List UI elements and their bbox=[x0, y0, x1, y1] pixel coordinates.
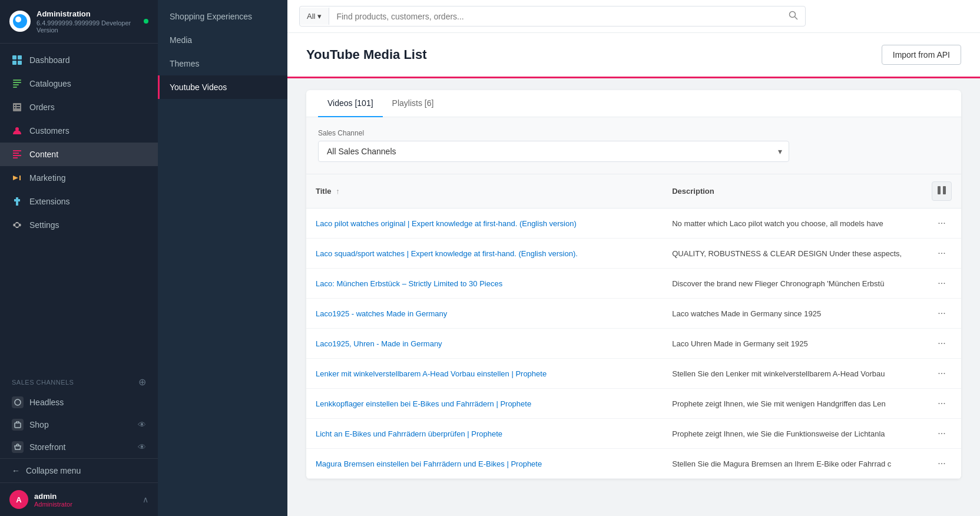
video-title-cell: Laco1925, Uhren - Made in Germany bbox=[306, 329, 663, 359]
svg-rect-13 bbox=[938, 186, 941, 194]
catalogues-icon bbox=[12, 78, 22, 89]
search-button[interactable] bbox=[782, 6, 805, 26]
video-title-cell: Lenker mit winkelverstellbarem A-Head Vo… bbox=[306, 359, 663, 389]
shop-eye-icon[interactable]: 👁 bbox=[138, 420, 146, 429]
submenu-item-media[interactable]: Media bbox=[158, 28, 287, 52]
sidebar-item-content[interactable]: Content bbox=[0, 143, 158, 166]
app-info: Administration 6.4.9999999.9999999 Devel… bbox=[37, 9, 138, 34]
sidebar-item-label: Extensions bbox=[29, 197, 69, 206]
search-bar: All ▾ bbox=[299, 6, 806, 27]
sidebar-item-marketing[interactable]: Marketing bbox=[0, 166, 158, 190]
collapse-menu-button[interactable]: ← Collapse menu bbox=[0, 458, 158, 482]
svg-line-12 bbox=[795, 17, 798, 20]
row-actions-cell: ··· bbox=[922, 419, 961, 449]
column-settings-button[interactable] bbox=[932, 181, 952, 201]
sidebar-item-extensions[interactable]: Extensions bbox=[0, 190, 158, 213]
page-header: YouTube Media List Import from API bbox=[287, 33, 980, 78]
search-input[interactable] bbox=[329, 8, 782, 25]
title-column-header[interactable]: Title ↑ bbox=[306, 174, 663, 209]
storefront-eye-icon[interactable]: 👁 bbox=[138, 442, 146, 452]
sidebar-item-label: Settings bbox=[29, 220, 59, 230]
tab-videos[interactable]: Videos [101] bbox=[318, 90, 383, 117]
row-action-button[interactable]: ··· bbox=[935, 216, 948, 231]
row-action-button[interactable]: ··· bbox=[935, 276, 948, 291]
svg-rect-3 bbox=[18, 61, 22, 65]
row-action-button[interactable]: ··· bbox=[935, 426, 948, 441]
row-action-button[interactable]: ··· bbox=[935, 336, 948, 351]
video-title-cell: Licht an E-Bikes und Fahrrädern überprüf… bbox=[306, 419, 663, 449]
row-actions-cell: ··· bbox=[922, 299, 961, 329]
svg-rect-7 bbox=[13, 87, 17, 88]
sidebar-item-label: Orders bbox=[29, 102, 55, 112]
tab-playlists[interactable]: Playlists [6] bbox=[383, 90, 443, 117]
sort-icon: ↑ bbox=[336, 187, 340, 196]
sidebar-item-customers[interactable]: Customers bbox=[0, 119, 158, 143]
add-channel-button[interactable]: ⊕ bbox=[138, 376, 147, 388]
table-row: Licht an E-Bikes und Fahrrädern überprüf… bbox=[306, 419, 961, 449]
svg-rect-6 bbox=[13, 84, 19, 85]
sidebar-item-label: Marketing bbox=[29, 173, 65, 183]
topbar: All ▾ bbox=[287, 0, 980, 33]
sidebar-item-dashboard[interactable]: Dashboard bbox=[0, 48, 158, 72]
sidebar-item-label: Content bbox=[29, 150, 58, 159]
user-role: Administrator bbox=[34, 501, 72, 508]
table-row: Laco: München Erbstück – Strictly Limite… bbox=[306, 269, 961, 299]
headless-channel-icon bbox=[12, 396, 24, 408]
sidebar-item-shop[interactable]: Shop 👁 bbox=[0, 414, 158, 436]
user-section[interactable]: A admin Administrator ∧ bbox=[0, 482, 158, 516]
row-action-button[interactable]: ··· bbox=[935, 366, 948, 381]
table-row: Laco1925 - watches Made in Germany Laco … bbox=[306, 299, 961, 329]
video-description-cell: Laco Uhren Made in Germany seit 1925 bbox=[663, 329, 922, 359]
row-action-button[interactable]: ··· bbox=[935, 306, 948, 321]
row-action-button[interactable]: ··· bbox=[935, 456, 948, 471]
sidebar-item-catalogues[interactable]: Catalogues bbox=[0, 72, 158, 95]
row-actions-cell: ··· bbox=[922, 389, 961, 419]
video-description-cell: Stellen Sie den Lenker mit winkelverstel… bbox=[663, 359, 922, 389]
column-settings-header bbox=[922, 174, 961, 209]
online-status-indicator bbox=[144, 19, 148, 24]
svg-rect-14 bbox=[943, 186, 946, 194]
row-actions-cell: ··· bbox=[922, 209, 961, 239]
video-description-cell: No matter which Laco pilot watch you cho… bbox=[663, 209, 922, 239]
submenu-item-themes[interactable]: Themes bbox=[158, 52, 287, 75]
table-row: Laco squad/sport watches | Expert knowle… bbox=[306, 239, 961, 269]
svg-point-11 bbox=[790, 12, 796, 18]
video-description-cell: Prophete zeigt Ihnen, wie Sie die Funkti… bbox=[663, 419, 922, 449]
svg-rect-1 bbox=[18, 55, 22, 59]
table-header-row: Title ↑ Description bbox=[306, 174, 961, 209]
video-title-cell: Magura Bremsen einstellen bei Fahrrädern… bbox=[306, 449, 663, 479]
user-name: admin bbox=[34, 492, 72, 501]
submenu-item-shopping-experiences[interactable]: Shopping Experiences bbox=[158, 5, 287, 28]
search-icon bbox=[789, 11, 798, 20]
marketing-icon bbox=[12, 173, 22, 183]
shop-channel-icon bbox=[12, 419, 24, 431]
sidebar-item-label: Customers bbox=[29, 126, 69, 135]
sidebar-header: Administration 6.4.9999999.9999999 Devel… bbox=[0, 0, 158, 44]
user-info: admin Administrator bbox=[34, 492, 72, 508]
sidebar-item-storefront[interactable]: Storefront 👁 bbox=[0, 436, 158, 458]
content-submenu: Shopping Experiences Media Themes Youtub… bbox=[158, 0, 287, 516]
row-action-button[interactable]: ··· bbox=[935, 246, 948, 261]
sidebar-item-headless[interactable]: Headless bbox=[0, 391, 158, 414]
svg-rect-0 bbox=[12, 55, 16, 59]
submenu-item-youtube-videos[interactable]: Youtube Videos bbox=[158, 75, 287, 99]
row-actions-cell: ··· bbox=[922, 269, 961, 299]
tab-bar: Videos [101] Playlists [6] bbox=[306, 90, 961, 117]
import-from-api-button[interactable]: Import from API bbox=[882, 45, 961, 65]
description-column-header: Description bbox=[663, 174, 922, 209]
video-title-cell: Laco squad/sport watches | Expert knowle… bbox=[306, 239, 663, 269]
svg-rect-2 bbox=[12, 61, 16, 65]
sales-channels-section: Sales Channels ⊕ bbox=[0, 367, 158, 391]
row-action-button[interactable]: ··· bbox=[935, 396, 948, 411]
sidebar-item-label: Catalogues bbox=[29, 79, 71, 88]
settings-icon bbox=[12, 220, 22, 230]
app-version: 6.4.9999999.9999999 Developer Version bbox=[37, 19, 138, 34]
svg-rect-10 bbox=[15, 423, 21, 428]
search-filter-dropdown[interactable]: All ▾ bbox=[300, 8, 329, 25]
sidebar-item-settings[interactable]: Settings bbox=[0, 213, 158, 237]
video-description-cell: Laco watches Made in Germany since 1925 bbox=[663, 299, 922, 329]
video-description-cell: QUALITY, ROBUSTNESS & CLEAR DESIGN Under… bbox=[663, 239, 922, 269]
sales-channel-label: Sales Channel bbox=[318, 129, 949, 137]
sidebar-item-orders[interactable]: Orders bbox=[0, 95, 158, 119]
sales-channel-select[interactable]: All Sales Channels Headless Shop Storefr… bbox=[318, 141, 789, 162]
